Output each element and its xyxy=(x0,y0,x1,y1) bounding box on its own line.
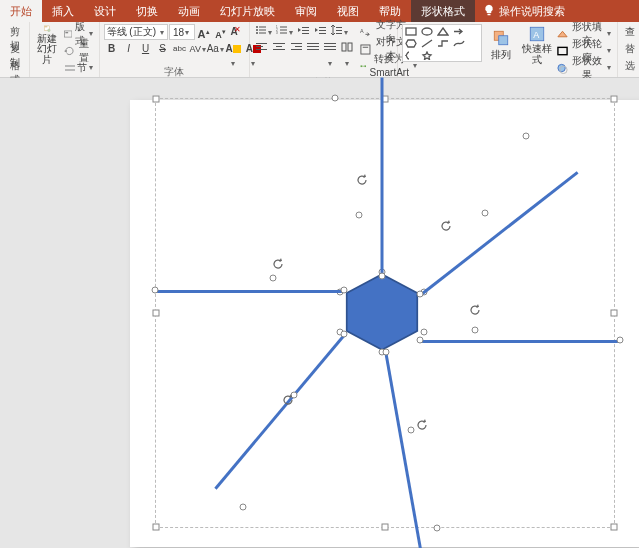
italic-button[interactable]: I xyxy=(121,41,137,57)
cut-button[interactable]: 剪切 xyxy=(4,24,25,40)
line-endpoint-handle[interactable] xyxy=(332,95,339,102)
find-button[interactable]: 查 xyxy=(622,24,638,40)
svg-rect-13 xyxy=(259,33,266,34)
replace-button[interactable]: 替 xyxy=(622,41,638,57)
shrink-font-button[interactable]: A▾ xyxy=(213,24,229,40)
new-slide-button[interactable]: 新建幻灯片 xyxy=(34,24,60,66)
line-endpoint-handle[interactable] xyxy=(383,349,390,356)
tab-slideshow[interactable]: 幻灯片放映 xyxy=(210,0,285,22)
rotate-handle[interactable] xyxy=(282,394,294,406)
tab-review[interactable]: 审阅 xyxy=(285,0,327,22)
decrease-indent-button[interactable] xyxy=(296,24,312,40)
line-endpoint-handle[interactable] xyxy=(523,133,530,140)
font-name-combo[interactable]: 等线 (正文)▾ xyxy=(104,24,168,40)
hexagon-shape[interactable] xyxy=(340,270,424,354)
line-endpoint-handle[interactable] xyxy=(417,291,424,298)
selection-handle[interactable] xyxy=(382,524,389,531)
rotate-handle[interactable] xyxy=(272,258,284,270)
svg-rect-11 xyxy=(259,30,266,31)
svg-rect-15 xyxy=(280,27,287,28)
svg-rect-6 xyxy=(65,65,75,67)
slide-reset-button[interactable]: 重置 xyxy=(63,43,95,59)
bullets-button[interactable]: ▾ xyxy=(254,24,274,40)
workspace[interactable] xyxy=(0,78,639,548)
rotate-handle[interactable] xyxy=(469,304,481,316)
selection-handle[interactable] xyxy=(153,524,160,531)
justify-button[interactable] xyxy=(305,41,321,57)
bold-button[interactable]: B xyxy=(104,41,120,57)
svg-rect-49 xyxy=(360,65,362,67)
quick-styles-button[interactable]: A 快速样式 xyxy=(520,24,554,66)
svg-rect-29 xyxy=(256,43,267,44)
line-endpoint-handle[interactable] xyxy=(482,210,489,217)
line-endpoint-handle[interactable] xyxy=(379,273,386,280)
line-endpoint-handle[interactable] xyxy=(617,337,624,344)
svg-rect-48 xyxy=(362,46,367,47)
line-endpoint-handle[interactable] xyxy=(240,504,247,511)
line-endpoint-handle[interactable] xyxy=(434,525,441,532)
slide-canvas[interactable] xyxy=(130,100,639,547)
arrange-button[interactable]: 排列 xyxy=(484,24,518,66)
line-endpoint-handle[interactable] xyxy=(270,275,277,282)
svg-rect-2 xyxy=(45,27,48,28)
tab-view[interactable]: 视图 xyxy=(327,0,369,22)
text-shadow-button[interactable]: abc xyxy=(172,41,188,57)
shape-effects-button[interactable]: 形状效果▾ xyxy=(556,60,614,76)
change-case-button[interactable]: Aa▾ xyxy=(206,41,223,57)
line-endpoint-handle[interactable] xyxy=(417,337,424,344)
clear-format-button[interactable]: A✕ xyxy=(230,24,246,40)
group-label: 字体 xyxy=(100,65,249,77)
align-left-button[interactable] xyxy=(254,41,270,57)
line-endpoint-handle[interactable] xyxy=(408,427,415,434)
underline-button[interactable]: U xyxy=(138,41,154,57)
tab-design[interactable]: 设计 xyxy=(84,0,126,22)
tab-transitions[interactable]: 切换 xyxy=(126,0,168,22)
numbering-button[interactable]: 123▾ xyxy=(275,24,295,40)
svg-rect-9 xyxy=(259,27,266,28)
svg-point-10 xyxy=(256,29,258,31)
rotate-handle[interactable] xyxy=(416,419,428,431)
shape-handle[interactable] xyxy=(421,329,428,336)
format-painter-button[interactable]: 格式 xyxy=(4,58,25,74)
tell-me-search[interactable]: 操作说明搜索 xyxy=(475,0,573,22)
select-button[interactable]: 选 xyxy=(622,58,638,74)
svg-rect-33 xyxy=(276,46,282,47)
svg-rect-50 xyxy=(364,65,366,67)
selection-handle[interactable] xyxy=(611,96,618,103)
shape-arrow-icon xyxy=(452,26,466,36)
svg-rect-37 xyxy=(291,49,302,50)
selection-handle[interactable] xyxy=(611,524,618,531)
rotate-handle[interactable] xyxy=(440,220,452,232)
line-endpoint-handle[interactable] xyxy=(152,287,159,294)
distributed-button[interactable]: ▾ xyxy=(322,41,338,57)
font-size-combo[interactable]: 18▾ xyxy=(169,24,195,40)
line-endpoint-handle[interactable] xyxy=(341,287,348,294)
line-endpoint-handle[interactable] xyxy=(472,327,479,334)
tab-insert[interactable]: 插入 xyxy=(42,0,84,22)
line-endpoint-handle[interactable] xyxy=(341,331,348,338)
line-endpoint-handle[interactable] xyxy=(356,212,363,219)
selection-handle[interactable] xyxy=(153,310,160,317)
copy-button[interactable]: 复制 xyxy=(4,41,25,57)
rotate-handle[interactable] xyxy=(356,174,368,186)
selection-handle[interactable] xyxy=(611,310,618,317)
slide-section-button[interactable]: 节▾ xyxy=(63,60,95,76)
line-spacing-button[interactable]: ▾ xyxy=(330,24,350,40)
strike-button[interactable]: S xyxy=(155,41,171,57)
tab-shape-format[interactable]: 形状格式 xyxy=(411,0,475,22)
align-center-button[interactable] xyxy=(271,41,287,57)
char-spacing-button[interactable]: AV▾ xyxy=(189,41,205,57)
selection-handle[interactable] xyxy=(153,96,160,103)
font-highlight-button[interactable]: A▾ xyxy=(224,41,243,57)
increase-indent-button[interactable] xyxy=(313,24,329,40)
tab-animations[interactable]: 动画 xyxy=(168,0,210,22)
svg-rect-19 xyxy=(280,33,287,34)
align-right-button[interactable] xyxy=(288,41,304,57)
columns-button[interactable]: ▾ xyxy=(339,41,355,57)
new-slide-icon xyxy=(38,25,56,33)
tab-start[interactable]: 开始 xyxy=(0,0,42,22)
shapes-gallery[interactable] xyxy=(402,24,482,62)
svg-rect-39 xyxy=(307,46,319,47)
grow-font-button[interactable]: A▴ xyxy=(196,24,212,40)
shape-outline-icon xyxy=(557,46,568,57)
